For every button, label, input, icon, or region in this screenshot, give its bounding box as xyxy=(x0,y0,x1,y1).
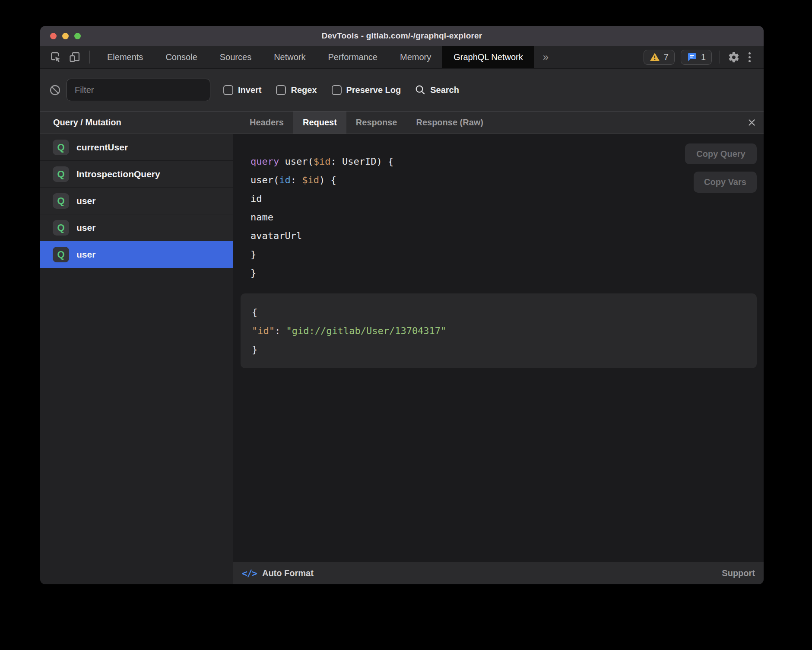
query-list-item[interactable]: Quser xyxy=(40,214,233,241)
more-options-icon[interactable] xyxy=(746,52,753,62)
more-tabs-button[interactable]: » xyxy=(534,46,557,68)
copy-buttons: Copy Query Copy Vars xyxy=(685,143,757,193)
code-line: } xyxy=(252,340,745,359)
clear-block-icon[interactable] xyxy=(49,84,61,96)
devtools-tabs: ElementsConsoleSourcesNetworkPerformance… xyxy=(96,46,534,68)
checkbox-invert[interactable]: Invert xyxy=(223,85,261,95)
query-type-badge: Q xyxy=(53,166,69,182)
warnings-count: 7 xyxy=(664,52,669,62)
query-type-badge: Q xyxy=(53,193,69,209)
checkbox-label: Regex xyxy=(291,85,317,95)
minimize-window-button[interactable] xyxy=(62,33,69,39)
request-panel: HeadersRequestResponseResponse (Raw) Cop… xyxy=(233,112,764,584)
tab-graphql-network[interactable]: GraphQL Network xyxy=(442,46,534,68)
tab-elements[interactable]: Elements xyxy=(96,46,154,68)
code-line: } xyxy=(251,264,757,282)
code-line: id xyxy=(251,189,757,208)
toolbar-divider xyxy=(89,51,90,64)
tab-console[interactable]: Console xyxy=(154,46,208,68)
issues-count: 1 xyxy=(701,52,706,62)
code-line: query user($id: UserID) { xyxy=(251,152,757,171)
query-type-badge: Q xyxy=(53,140,69,155)
support-link[interactable]: Support xyxy=(722,568,755,578)
warnings-badge[interactable]: 7 xyxy=(644,50,675,65)
query-list-item[interactable]: Quser xyxy=(40,188,233,214)
checkbox-box-preserve-log xyxy=(332,85,342,95)
tab-performance[interactable]: Performance xyxy=(317,46,389,68)
checkbox-regex[interactable]: Regex xyxy=(276,85,317,95)
panel-footer: </> Auto Format Support xyxy=(233,562,764,584)
query-list-item[interactable]: QIntrospectionQuery xyxy=(40,161,233,188)
devtools-body: Query / Mutation QcurrentUserQIntrospect… xyxy=(40,112,764,584)
device-toolbar-icon[interactable] xyxy=(69,51,81,63)
tab-sources[interactable]: Sources xyxy=(209,46,263,68)
checkbox-preserve-log[interactable]: Preserve Log xyxy=(332,85,401,95)
search-control[interactable]: Search xyxy=(415,84,459,96)
checkbox-label: Invert xyxy=(238,85,261,95)
query-list: QcurrentUserQIntrospectionQueryQuserQuse… xyxy=(40,134,233,268)
settings-gear-icon[interactable] xyxy=(728,51,740,63)
request-panel-tabs: HeadersRequestResponseResponse (Raw) xyxy=(233,112,764,134)
code-line: "id": "gid://gitlab/User/13704317" xyxy=(252,322,745,340)
tab-network[interactable]: Network xyxy=(263,46,317,68)
auto-format-button[interactable]: Auto Format xyxy=(262,568,314,578)
filter-bar: InvertRegexPreserve Log Search xyxy=(40,68,764,112)
close-window-button[interactable] xyxy=(50,33,57,39)
devtools-toolbar: ElementsConsoleSourcesNetworkPerformance… xyxy=(40,46,764,68)
warning-triangle-icon xyxy=(650,52,660,62)
filter-input[interactable] xyxy=(67,79,210,101)
devtools-window: DevTools - gitlab.com/-/graphql-explorer xyxy=(40,26,764,584)
auto-format-icon: </> xyxy=(242,568,257,579)
checkbox-box-regex xyxy=(276,85,286,95)
code-line: name xyxy=(251,208,757,226)
zoom-window-button[interactable] xyxy=(74,33,81,39)
sidebar-header: Query / Mutation xyxy=(40,112,233,134)
tab-memory[interactable]: Memory xyxy=(389,46,442,68)
query-name: IntrospectionQuery xyxy=(76,169,160,179)
toolbar-right: 7 1 xyxy=(644,46,764,68)
query-sidebar: Query / Mutation QcurrentUserQIntrospect… xyxy=(40,112,233,584)
query-type-badge: Q xyxy=(53,220,69,236)
inspect-element-icon[interactable] xyxy=(50,51,62,63)
issues-badge[interactable]: 1 xyxy=(681,50,712,65)
search-label: Search xyxy=(430,85,459,95)
filter-checkboxes: InvertRegexPreserve Log xyxy=(223,85,401,95)
query-variables-box: { "id": "gid://gitlab/User/13704317"} xyxy=(241,293,757,368)
window-title: DevTools - gitlab.com/-/graphql-explorer xyxy=(322,31,482,41)
query-list-item[interactable]: Quser xyxy=(40,241,233,268)
code-line: user(id: $id) { xyxy=(251,171,757,189)
titlebar: DevTools - gitlab.com/-/graphql-explorer xyxy=(40,26,764,46)
issues-bubble-icon xyxy=(687,52,697,62)
toolbar-divider xyxy=(720,51,720,64)
query-name: currentUser xyxy=(76,142,128,153)
code-line: { xyxy=(252,303,745,322)
search-icon xyxy=(415,84,426,96)
query-list-item[interactable]: QcurrentUser xyxy=(40,134,233,161)
query-variables-code: { "id": "gid://gitlab/User/13704317"} xyxy=(252,303,745,359)
query-type-badge: Q xyxy=(53,247,69,262)
tab-request[interactable]: Request xyxy=(293,112,346,134)
desktop-background: DevTools - gitlab.com/-/graphql-explorer xyxy=(0,0,812,650)
tab-headers[interactable]: Headers xyxy=(240,112,293,134)
code-line: } xyxy=(251,245,757,264)
query-name: user xyxy=(76,196,95,206)
copy-vars-button[interactable]: Copy Vars xyxy=(694,172,757,193)
toolbar-left-icons xyxy=(40,46,92,68)
checkbox-label: Preserve Log xyxy=(346,85,401,95)
close-panel-icon[interactable] xyxy=(740,112,764,134)
copy-query-button[interactable]: Copy Query xyxy=(685,143,757,164)
window-controls xyxy=(50,26,81,46)
graphql-query-code: query user($id: UserID) { user(id: $id) … xyxy=(251,152,757,282)
checkbox-box-invert xyxy=(223,85,233,95)
query-name: user xyxy=(76,223,95,233)
request-content: Copy Query Copy Vars query user($id: Use… xyxy=(233,134,764,562)
tab-response-raw[interactable]: Response (Raw) xyxy=(406,112,493,134)
query-name: user xyxy=(76,249,95,260)
code-line: avatarUrl xyxy=(251,226,757,245)
tab-response[interactable]: Response xyxy=(346,112,407,134)
